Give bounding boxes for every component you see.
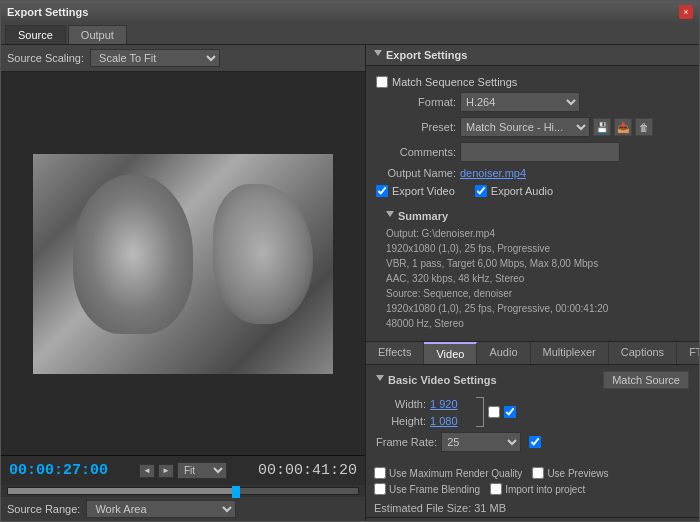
frame-blending-label: Use Frame Blending — [389, 484, 480, 495]
progress-handle[interactable] — [232, 486, 240, 498]
bvs-header: Basic Video Settings Match Source — [376, 371, 689, 389]
preview-image — [33, 154, 333, 374]
width-row: Width: 1 920 — [376, 398, 470, 410]
content-area: Source Scaling: Scale To Fit Stretch To … — [1, 45, 699, 521]
summary-section: Summary Output: G:\denoiser.mp4 1920x108… — [376, 206, 689, 335]
timecode-in: 00:00:27:00 — [9, 462, 108, 479]
comments-row: Comments: — [376, 142, 689, 162]
file-size-row: Estimated File Size: 31 MB — [366, 499, 699, 517]
bottom-buttons: Metadata... Queue Export Cancel — [366, 517, 699, 521]
max-render-checkbox[interactable] — [374, 467, 386, 479]
tab-effects[interactable]: Effects — [366, 342, 424, 364]
export-checkboxes: Export Video Export Audio — [376, 185, 689, 200]
tab-captions[interactable]: Captions — [609, 342, 677, 364]
window-title: Export Settings — [7, 6, 88, 18]
tab-multiplexer[interactable]: Multiplexer — [531, 342, 609, 364]
prev-frame-btn[interactable]: ◄ — [139, 464, 155, 478]
width-label: Width: — [376, 398, 426, 410]
format-label: Format: — [376, 96, 456, 108]
tab-source[interactable]: Source — [5, 25, 66, 44]
source-scaling-bar: Source Scaling: Scale To Fit Stretch To … — [1, 45, 365, 72]
preset-select[interactable]: Match Source - Hi... Custom — [460, 117, 590, 137]
match-seq-row: Match Sequence Settings — [376, 72, 689, 92]
close-button[interactable]: × — [679, 5, 693, 19]
aspect-ratio-lock[interactable] — [488, 406, 500, 418]
height-row: Height: 1 080 — [376, 415, 470, 427]
output-line2: 1920x1080 (1,0), 25 fps, Progressive — [386, 241, 679, 256]
use-previews-label: Use Previews — [547, 468, 608, 479]
output-name-label: Output Name: — [376, 167, 456, 179]
main-tabs: Source Output — [1, 23, 699, 45]
right-panel: Export Settings Match Sequence Settings … — [366, 45, 699, 521]
progress-bar-area[interactable] — [1, 485, 365, 497]
timecode-bar: 00:00:27:00 ◄ ► Fit 100% 50% 00:00:41:20 — [1, 455, 365, 485]
left-panel: Source Scaling: Scale To Fit Stretch To … — [1, 45, 366, 521]
format-select[interactable]: H.264 H.265 MPEG2 — [460, 92, 580, 112]
tab-video[interactable]: Video — [424, 342, 477, 364]
import-project-label: Import into project — [505, 484, 585, 495]
source-scaling-label: Source Scaling: — [7, 52, 84, 64]
import-preset-btn[interactable]: 📥 — [614, 118, 632, 136]
comments-input[interactable] — [460, 142, 620, 162]
frame-blending-item: Use Frame Blending — [374, 483, 480, 495]
progress-fill — [8, 488, 236, 494]
export-video-checkbox[interactable] — [376, 185, 388, 197]
max-render-item: Use Maximum Render Quality — [374, 467, 522, 479]
frame-rate-label: Frame Rate: — [376, 436, 437, 448]
delete-preset-btn[interactable]: 🗑 — [635, 118, 653, 136]
output-line1: Output: G:\denoiser.mp4 — [386, 226, 679, 241]
output-name-link[interactable]: denoiser.mp4 — [460, 167, 526, 179]
export-audio-row: Export Audio — [475, 185, 553, 197]
use-previews-checkbox[interactable] — [532, 467, 544, 479]
format-row: Format: H.264 H.265 MPEG2 — [376, 92, 689, 112]
source-range-select[interactable]: Work Area Entire Sequence Custom — [86, 500, 236, 518]
height-label: Height: — [376, 415, 426, 427]
match-seq-checkbox[interactable] — [376, 76, 388, 88]
import-project-checkbox[interactable] — [490, 483, 502, 495]
source-line3: 48000 Hz, Stereo — [386, 316, 679, 331]
file-size-label: Estimated File Size: 31 MB — [374, 502, 506, 514]
timecode-out: 00:00:41:20 — [258, 462, 357, 479]
bottom-checkboxes: Use Maximum Render Quality Use Previews — [366, 463, 699, 483]
frame-blending-checkbox[interactable] — [374, 483, 386, 495]
preset-controls: Match Source - Hi... Custom 💾 📥 🗑 — [460, 117, 653, 137]
match-source-button[interactable]: Match Source — [603, 371, 689, 389]
source-range-label: Source Range: — [7, 503, 80, 515]
source-scaling-select[interactable]: Scale To Fit Stretch To Fill Crop To Fil… — [90, 49, 220, 67]
export-audio-checkbox[interactable] — [475, 185, 487, 197]
export-settings-toggle[interactable] — [374, 50, 382, 61]
width-value[interactable]: 1 920 — [430, 398, 470, 410]
export-video-row: Export Video — [376, 185, 455, 197]
import-project-item: Import into project — [490, 483, 585, 495]
export-settings-section: Match Sequence Settings Format: H.264 H.… — [366, 66, 699, 341]
export-settings-title: Export Settings — [386, 49, 467, 61]
bvs-toggle[interactable] — [376, 375, 384, 386]
save-preset-btn[interactable]: 💾 — [593, 118, 611, 136]
timecode-controls: ◄ ► Fit 100% 50% — [139, 462, 227, 479]
source-line2: 1920x1080 (1,0), 25 fps, Progressive, 00… — [386, 301, 679, 316]
wh-fields: Width: 1 920 Height: 1 080 — [376, 398, 470, 427]
comments-label: Comments: — [376, 146, 456, 158]
output-line3: VBR, 1 pass, Target 6,00 Mbps, Max 8,00 … — [386, 256, 679, 271]
summary-header: Summary — [386, 210, 679, 222]
tab-output[interactable]: Output — [68, 25, 127, 44]
next-frame-btn[interactable]: ► — [158, 464, 174, 478]
export-audio-label: Export Audio — [491, 185, 553, 197]
fit-select[interactable]: Fit 100% 50% — [177, 462, 227, 479]
basic-video-title: Basic Video Settings — [388, 374, 497, 386]
use-previews-item: Use Previews — [532, 467, 608, 479]
bottom-checkboxes-2: Use Frame Blending Import into project — [366, 483, 699, 499]
wh-checkbox[interactable] — [504, 406, 516, 418]
frame-rate-select[interactable]: 25 23.976 24 29.97 30 — [441, 432, 521, 452]
progress-track[interactable] — [7, 487, 359, 495]
fr-checkbox[interactable] — [529, 436, 541, 448]
height-value[interactable]: 1 080 — [430, 415, 470, 427]
tab-audio[interactable]: Audio — [477, 342, 530, 364]
summary-text: Output: G:\denoiser.mp4 1920x1080 (1,0),… — [386, 226, 679, 331]
summary-toggle[interactable] — [386, 211, 394, 222]
preset-row: Preset: Match Source - Hi... Custom 💾 📥 … — [376, 117, 689, 137]
bracket-connector — [476, 397, 484, 427]
summary-title: Summary — [398, 210, 448, 222]
export-video-label: Export Video — [392, 185, 455, 197]
tab-ftp[interactable]: FTP — [677, 342, 699, 364]
